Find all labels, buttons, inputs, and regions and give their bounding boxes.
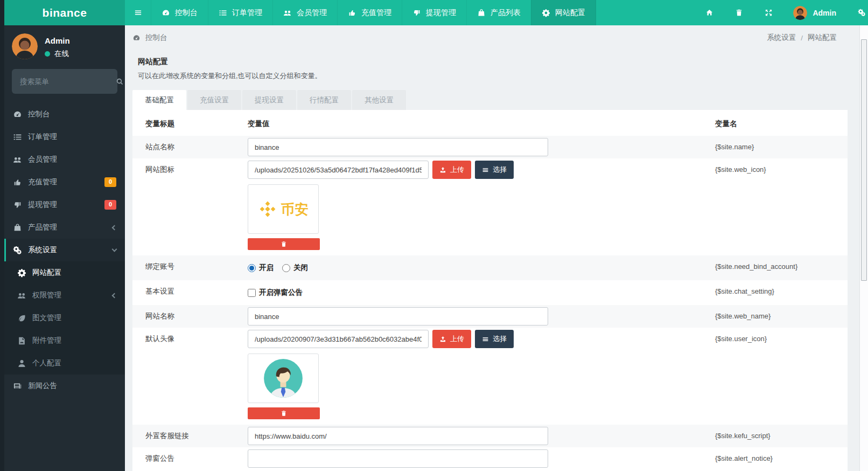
- fullscreen-button[interactable]: [754, 0, 783, 25]
- user-menu[interactable]: Admin: [783, 6, 844, 20]
- sidebar-item-members[interactable]: 会员管理: [4, 148, 125, 171]
- choose-button[interactable]: 选择: [475, 161, 514, 179]
- topnav-item-withdraw[interactable]: 提现管理: [402, 0, 466, 25]
- topnav-item-recharge[interactable]: 充值管理: [337, 0, 402, 25]
- tab-recharge-settings[interactable]: 充值设置: [187, 90, 241, 110]
- kefu-link-input[interactable]: [248, 427, 548, 445]
- list-icon: [482, 336, 489, 343]
- clear-cache-button[interactable]: [724, 0, 754, 25]
- tab-market-config[interactable]: 行情配置: [297, 90, 351, 110]
- choose-button[interactable]: 选择: [475, 330, 514, 348]
- topnav-item-members[interactable]: 会员管理: [272, 0, 337, 25]
- delete-image-button[interactable]: [248, 238, 320, 250]
- users-icon: [17, 291, 26, 300]
- sidebar-item-recharge[interactable]: 充值管理0: [4, 171, 125, 193]
- table-row: 外置客服链接 {$site.kefu_script}: [132, 425, 848, 447]
- sidebar-item-news[interactable]: 新闻公告: [4, 375, 125, 397]
- web-name-input[interactable]: [248, 307, 548, 325]
- checkbox-label: 开启弹窗公告: [259, 288, 303, 297]
- menu-search-input[interactable]: [20, 78, 115, 86]
- radio-label: 关闭: [293, 263, 308, 273]
- gears-icon: [13, 246, 22, 255]
- topnav-item-dashboard[interactable]: 控制台: [151, 0, 208, 25]
- config-table: 变量标题 变量值 变量名 站点名称 {$site.name} 网站图标 上传选择…: [132, 110, 848, 471]
- topnav-item-site-config[interactable]: 网站配置: [531, 0, 596, 25]
- online-status-dot: [45, 51, 50, 57]
- page-title: 网站配置: [138, 57, 842, 67]
- topnav-label: 会员管理: [297, 8, 327, 18]
- page-scrollbar[interactable]: [859, 25, 868, 471]
- delete-image-button[interactable]: [248, 407, 320, 419]
- trash-icon: [281, 241, 287, 247]
- config-panel: 网站配置 可以在此增改系统的变量和分组,也可以自定义分组和变量。 基础配置 充值…: [132, 50, 848, 471]
- table-header-row: 变量标题 变量值 变量名: [132, 110, 848, 136]
- breadcrumb-location[interactable]: 控制台: [132, 33, 167, 43]
- row-var-name: {$site.name}: [715, 138, 835, 156]
- breadcrumb-page[interactable]: 网站配置: [808, 33, 837, 43]
- sidebar-item-label: 系统设置: [28, 245, 57, 255]
- web-icon-input[interactable]: [248, 161, 429, 179]
- tab-other-settings[interactable]: 其他设置: [352, 90, 406, 110]
- search-icon[interactable]: [115, 77, 124, 86]
- newspaper-icon: [13, 382, 22, 391]
- sidebar-item-products[interactable]: 产品管理: [4, 216, 125, 239]
- gears-icon: [858, 9, 866, 17]
- hamburger-icon: [134, 9, 142, 17]
- sidebar-item-label: 图文管理: [32, 313, 61, 323]
- settings-button[interactable]: [844, 0, 868, 25]
- main-content: 控制台 系统设置 / 网站配置 网站配置 可以在此增改系统的变量和分组,也可以自…: [125, 25, 868, 471]
- alert-notice-input[interactable]: [248, 449, 548, 468]
- online-status-label: 在线: [54, 49, 69, 59]
- sidebar-item-label: 网站配置: [32, 268, 61, 278]
- topnav-item-orders[interactable]: 订单管理: [208, 0, 272, 25]
- sidebar-item-site-config[interactable]: 网站配置: [4, 261, 125, 284]
- chevron-left-icon: [112, 225, 117, 230]
- popup-notice-checkbox[interactable]: [248, 289, 256, 297]
- shopping-bag-icon: [13, 223, 22, 232]
- upload-label: 上传: [450, 165, 464, 175]
- trash-icon: [735, 9, 743, 17]
- tab-basic-config[interactable]: 基础配置: [132, 90, 186, 110]
- sidebar-item-content[interactable]: 图文管理: [4, 307, 125, 329]
- radio-label: 开启: [259, 263, 274, 273]
- upload-button[interactable]: 上传: [432, 161, 471, 179]
- column-header: 变量标题: [145, 119, 248, 129]
- sidebar-item-permissions[interactable]: 权限管理: [4, 284, 125, 307]
- top-navigation: 控制台 订单管理 会员管理 充值管理 提现管理 产品列表 网站配置: [151, 0, 596, 25]
- upload-button[interactable]: 上传: [432, 330, 471, 348]
- radio-off[interactable]: [282, 264, 290, 272]
- radio-on[interactable]: [248, 264, 256, 272]
- shopping-bag-icon: [477, 9, 486, 17]
- user-icon-input[interactable]: [248, 330, 429, 348]
- sidebar-item-orders[interactable]: 订单管理: [4, 126, 125, 148]
- app-logo[interactable]: binance: [4, 0, 125, 25]
- sidebar-item-system-settings[interactable]: 系统设置: [4, 239, 125, 261]
- hand-down-icon: [412, 9, 421, 17]
- site-name-input[interactable]: [248, 138, 548, 156]
- tab-withdraw-settings[interactable]: 提现设置: [242, 90, 296, 110]
- dashboard-icon: [13, 110, 22, 119]
- topnav-label: 产品列表: [491, 8, 521, 18]
- breadcrumb-group[interactable]: 系统设置: [767, 33, 796, 43]
- radio-option-on[interactable]: 开启: [248, 263, 274, 273]
- gear-icon: [17, 268, 26, 278]
- popup-notice-checkbox-label[interactable]: 开启弹窗公告: [248, 288, 303, 297]
- table-row: 默认头像 上传选择 {$site.user_icon}: [132, 328, 848, 425]
- topnav-item-products[interactable]: 产品列表: [466, 0, 531, 25]
- radio-option-off[interactable]: 关闭: [282, 263, 308, 273]
- sidebar-toggle-button[interactable]: [125, 0, 151, 25]
- sidebar-item-withdraw[interactable]: 提现管理0: [4, 193, 125, 216]
- hand-down-icon: [13, 200, 22, 210]
- sidebar-item-attachments[interactable]: 附件管理: [4, 329, 125, 352]
- users-icon: [13, 155, 22, 164]
- scrollbar-thumb[interactable]: [861, 39, 867, 281]
- sidebar-item-profile[interactable]: 个人配置: [4, 352, 125, 375]
- sidebar-item-label: 权限管理: [32, 290, 61, 300]
- binance-logo: [258, 199, 277, 219]
- home-button[interactable]: [695, 0, 724, 25]
- row-title: 默认头像: [145, 330, 248, 348]
- config-tabs: 基础配置 充值设置 提现设置 行情配置 其他设置: [132, 90, 848, 110]
- sidebar-item-dashboard[interactable]: 控制台: [4, 103, 125, 126]
- web-icon-preview: 币安: [248, 184, 319, 234]
- row-var-name: {$site.web_icon}: [715, 161, 835, 179]
